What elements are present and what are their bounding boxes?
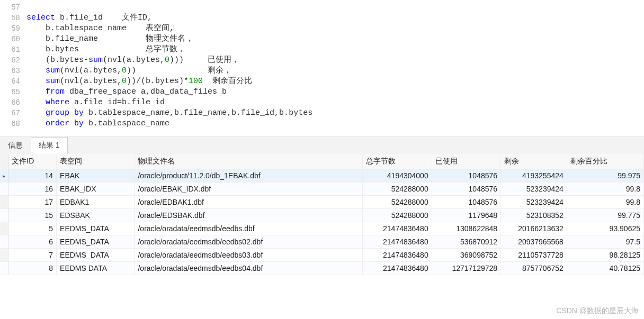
code-line[interactable]: 62 (b.bytes-sum(nvl(a.bytes,0))) 已使用， (0, 55, 644, 66)
cell[interactable]: 7 (8, 249, 57, 262)
cell[interactable]: 4193255424 (501, 169, 567, 183)
cell[interactable]: /oracle/product/11.2.0/db_1EBAK.dbf (135, 169, 363, 183)
code-line[interactable]: 61 b.bytes 总字节数， (0, 44, 644, 55)
table-row[interactable]: 7EEDMS_DATA/oracle/oradata/eedmsdb/eedbs… (0, 249, 644, 262)
code-text[interactable]: (b.bytes-sum(nvl(a.bytes,0))) 已使用， (26, 55, 644, 66)
cell[interactable]: 99.8 (567, 183, 643, 196)
code-text[interactable]: b.file_name 物理文件名， (26, 34, 644, 44)
cell[interactable]: 1048576 (432, 196, 500, 209)
code-line[interactable]: 66 where a.file_id=b.file_id (0, 97, 644, 108)
cell[interactable]: 99.8 (567, 196, 643, 209)
column-header[interactable]: 物理文件名 (135, 154, 363, 169)
cell[interactable]: 93.90625 (567, 222, 643, 235)
table-row[interactable]: 17EDBAK1/oracle/EDBAK1.dbf52428800010485… (0, 196, 644, 209)
tab-info[interactable]: 信息 (0, 137, 31, 154)
code-line[interactable]: 68 order by b.tablespace_name (0, 119, 644, 129)
cell[interactable]: 536870912 (432, 235, 500, 249)
sql-editor[interactable]: 5758select b.file_id 文件ID,59 b.tablespac… (0, 0, 644, 129)
tab-result-1[interactable]: 结果 1 (31, 137, 68, 154)
cell[interactable]: 1048576 (432, 183, 500, 196)
column-header[interactable]: 剩余百分比 (567, 154, 643, 169)
column-header[interactable]: 总字节数 (363, 154, 432, 169)
code-line[interactable]: 63 sum(nvl(a.bytes,0)) 剩余， (0, 66, 644, 76)
cell[interactable]: EBAK (57, 169, 135, 183)
cell[interactable]: EEDMS_DATA (57, 249, 135, 262)
table-row[interactable]: 16EBAK_IDX/oracle/EBAK_IDX.dbf5242880001… (0, 183, 644, 196)
table-row[interactable]: 8EEDMS DATA/oracle/oradata/eedmsdb/eedbs… (0, 262, 644, 275)
column-header[interactable]: 文件ID (8, 154, 57, 169)
cell[interactable]: EEDMS DATA (57, 262, 135, 275)
cell[interactable]: 523239424 (501, 196, 567, 209)
cell[interactable]: 98.28125 (567, 249, 643, 262)
cell[interactable]: /oracle/oradata/eedmsdb/eedbs02.dbf (135, 235, 363, 249)
column-header[interactable]: 剩余 (501, 154, 567, 169)
cell[interactable]: 523239424 (501, 183, 567, 196)
cell[interactable]: /oracle/oradata/eedmsdb/eedbs.dbf (135, 222, 363, 235)
cell[interactable]: 6 (8, 235, 57, 249)
cell[interactable]: EEDMS_DATA (57, 235, 135, 249)
code-text[interactable]: b.tablespace_name 表空间, (26, 23, 644, 34)
cell[interactable]: /oracle/oradata/eedmsdb/eedbs03.dbf (135, 249, 363, 262)
table-row[interactable]: ▸14EBAK/oracle/product/11.2.0/db_1EBAK.d… (0, 169, 644, 183)
cell[interactable]: 524288000 (363, 196, 432, 209)
cell[interactable]: 99.775 (567, 209, 643, 222)
cell[interactable]: 524288000 (363, 209, 432, 222)
code-text[interactable]: order by b.tablespace_name (26, 119, 644, 129)
line-number: 59 (0, 23, 26, 34)
code-line[interactable]: 65 from dba_free_space a,dba_data_files … (0, 87, 644, 97)
cell[interactable]: 1179648 (432, 209, 500, 222)
cell[interactable]: 40.78125 (567, 262, 643, 275)
code-text[interactable]: select b.file_id 文件ID, (26, 13, 644, 23)
cell[interactable]: 21474836480 (363, 222, 432, 235)
code-text[interactable]: from dba_free_space a,dba_data_files b (26, 87, 644, 97)
cell[interactable]: 5 (8, 222, 57, 235)
table-row[interactable]: 5EEDMS_DATA/oracle/oradata/eedmsdb/eedbs… (0, 222, 644, 235)
code-line[interactable]: 64 sum(nvl(a.bytes,0))/(b.bytes)*100 剩余百… (0, 76, 644, 87)
cell[interactable]: 4194304000 (363, 169, 432, 183)
cell[interactable]: EBAK_IDX (57, 183, 135, 196)
result-grid[interactable]: 文件ID表空间物理文件名总字节数已使用剩余剩余百分比 ▸14EBAK/oracl… (0, 154, 644, 275)
cell[interactable]: 15 (8, 209, 57, 222)
cell[interactable]: 20166213632 (501, 222, 567, 235)
table-row[interactable]: 15EDSBAK/oracle/EDSBAK.dbf52428800011796… (0, 209, 644, 222)
cell[interactable]: /oracle/EDSBAK.dbf (135, 209, 363, 222)
cell[interactable]: 1048576 (432, 169, 500, 183)
cell[interactable]: 8757706752 (501, 262, 567, 275)
cell[interactable]: 20937965568 (501, 235, 567, 249)
cell[interactable]: 97.5 (567, 235, 643, 249)
code-line[interactable]: 58select b.file_id 文件ID, (0, 13, 644, 23)
cell[interactable]: 21474836480 (363, 262, 432, 275)
code-line[interactable]: 67 group by b.tablespace_name,b.file_nam… (0, 108, 644, 119)
cell[interactable]: 21105737728 (501, 249, 567, 262)
cell[interactable]: EEDMS_DATA (57, 222, 135, 235)
cell[interactable]: 1308622848 (432, 222, 500, 235)
code-line[interactable]: 57 (0, 2, 644, 13)
column-header[interactable]: 表空间 (57, 154, 135, 169)
code-text[interactable]: where a.file_id=b.file_id (26, 97, 644, 108)
cell[interactable]: 523108352 (501, 209, 567, 222)
column-header[interactable]: 已使用 (432, 154, 500, 169)
cell[interactable]: 16 (8, 183, 57, 196)
cell[interactable]: 17 (8, 196, 57, 209)
table-row[interactable]: 6EEDMS_DATA/oracle/oradata/eedmsdb/eedbs… (0, 235, 644, 249)
code-text[interactable]: b.bytes 总字节数， (26, 44, 644, 55)
cell[interactable]: /oracle/EDBAK1.dbf (135, 196, 363, 209)
code-text[interactable] (26, 2, 644, 13)
cell[interactable]: 21474836480 (363, 235, 432, 249)
cell[interactable]: 21474836480 (363, 249, 432, 262)
cell[interactable]: 8 (8, 262, 57, 275)
cell[interactable]: EDBAK1 (57, 196, 135, 209)
code-line[interactable]: 59 b.tablespace_name 表空间, (0, 23, 644, 34)
cell[interactable]: 99.975 (567, 169, 643, 183)
code-text[interactable]: group by b.tablespace_name,b.file_name,b… (26, 108, 644, 119)
cell[interactable]: /oracle/oradata/eedmsdb/eedbs04.dbf (135, 262, 363, 275)
code-text[interactable]: sum(nvl(a.bytes,0)) 剩余， (26, 66, 644, 76)
cell[interactable]: 524288000 (363, 183, 432, 196)
cell[interactable]: 12717129728 (432, 262, 500, 275)
code-text[interactable]: sum(nvl(a.bytes,0))/(b.bytes)*100 剩余百分比 (26, 76, 644, 87)
cell[interactable]: 369098752 (432, 249, 500, 262)
cell[interactable]: EDSBAK (57, 209, 135, 222)
cell[interactable]: 14 (8, 169, 57, 183)
cell[interactable]: /oracle/EBAK_IDX.dbf (135, 183, 363, 196)
code-line[interactable]: 60 b.file_name 物理文件名， (0, 34, 644, 44)
